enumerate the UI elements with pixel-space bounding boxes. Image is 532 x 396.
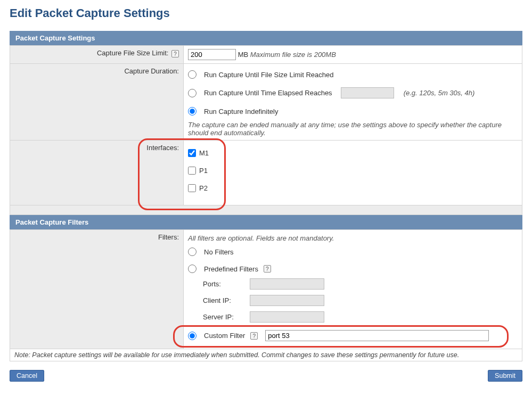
ports-label: Ports: (203, 280, 245, 288)
interface-label-p2: P2 (199, 184, 208, 192)
cancel-button[interactable]: Cancel (10, 370, 44, 382)
filter-radio-custom[interactable] (188, 332, 197, 340)
filter-opt-none: No Filters (204, 248, 234, 256)
section-header-settings: Packet Capture Settings (10, 31, 522, 45)
submit-button[interactable]: Submit (488, 370, 522, 382)
duration-note: The capture can be ended manually at any… (188, 121, 518, 137)
help-icon[interactable]: ? (250, 332, 258, 340)
filter-radio-predefined[interactable] (188, 265, 197, 273)
client-ip-input[interactable] (250, 295, 324, 306)
help-icon[interactable]: ? (171, 50, 179, 57)
duration-opt-time: Run Capture Until Time Elapsed Reaches (204, 89, 332, 97)
interface-checkbox-p2[interactable] (188, 184, 196, 192)
help-icon[interactable]: ? (264, 265, 271, 273)
duration-opt-limit: Run Capture Until File Size Limit Reache… (204, 71, 334, 79)
client-ip-label: Client IP: (203, 296, 245, 304)
file-size-label: Capture File Size Limit: (97, 49, 168, 57)
duration-opt-indef: Run Capture Indefinitely (204, 108, 278, 116)
filter-opt-predefined: Predefined Filters (204, 265, 258, 273)
filters-intro: All filters are optional. Fields are not… (188, 234, 518, 242)
file-size-input[interactable] (188, 49, 236, 60)
duration-radio-limit[interactable] (188, 70, 197, 79)
server-ip-label: Server IP: (203, 313, 245, 321)
interface-label-p1: P1 (199, 167, 208, 175)
custom-filter-input[interactable] (265, 330, 489, 341)
interfaces-label: Interfaces: (146, 144, 179, 152)
footer-note: Note: Packet capture settings will be av… (10, 349, 522, 361)
file-size-hint: Maximum file size is 200MB (250, 51, 336, 59)
duration-radio-time[interactable] (188, 89, 197, 97)
filter-radio-none[interactable] (188, 248, 197, 256)
duration-radio-indef[interactable] (188, 107, 197, 116)
duration-time-input[interactable] (341, 87, 394, 98)
server-ip-input[interactable] (250, 311, 324, 323)
filters-label: Filters: (158, 233, 179, 241)
interface-checkbox-m1[interactable] (188, 149, 196, 157)
filter-opt-custom: Custom Filter (204, 332, 245, 340)
interface-checkbox-p1[interactable] (188, 167, 196, 175)
duration-time-hint: (e.g. 120s, 5m 30s, 4h) (404, 89, 475, 97)
ports-input[interactable] (250, 278, 324, 290)
section-header-filters: Packet Capture Filters (10, 215, 522, 229)
interface-label-m1: M1 (199, 149, 209, 157)
page-title: Edit Packet Capture Settings (10, 6, 522, 20)
file-size-unit: MB (238, 51, 249, 59)
duration-label: Capture Duration: (124, 67, 179, 75)
